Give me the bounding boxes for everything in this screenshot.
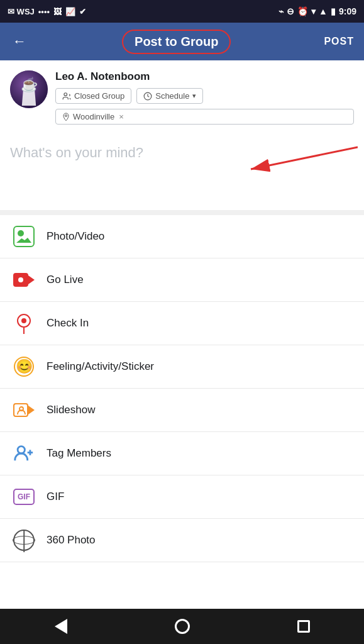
header: ← Post to Group POST	[0, 23, 364, 60]
photo-video-label: Photo/Video	[47, 230, 104, 243]
menu-item-check-in[interactable]: Check In	[0, 302, 364, 345]
nav-recents-icon	[297, 620, 310, 633]
check-in-icon	[13, 312, 35, 335]
slideshow-icon	[13, 399, 35, 421]
status-left: ✉ WSJ •••• 🖼 📈 ✔	[8, 7, 86, 16]
360-photo-icon	[13, 529, 35, 552]
svg-point-2	[65, 114, 67, 116]
section-divider	[0, 210, 364, 215]
profile-name: Leo A. Notenboom	[55, 70, 354, 83]
tag-members-icon	[13, 442, 35, 465]
go-live-icon	[13, 269, 35, 291]
menu-item-gif[interactable]: GIF GIF	[0, 475, 364, 519]
nav-recents-button[interactable]	[291, 614, 316, 639]
menu-item-slideshow[interactable]: Slideshow	[0, 389, 364, 432]
tags-row: Closed Group Schedule ▾	[55, 88, 354, 104]
status-bar: ✉ WSJ •••• 🖼 📈 ✔ ⌁ ⊖ ⏰ ▾ ▲ ▮ 9:09	[0, 0, 364, 23]
location-badge[interactable]: Woodinville ×	[55, 109, 354, 125]
battery-icon: ▮	[331, 6, 336, 16]
alarm-icon: ⏰	[297, 6, 308, 16]
profile-section: Leo A. Notenboom Closed Group	[0, 60, 364, 135]
nav-back-button[interactable]	[48, 614, 74, 639]
profile-row: Leo A. Notenboom Closed Group	[10, 70, 354, 125]
go-live-label: Go Live	[47, 274, 84, 286]
header-title-wrapper: Post to Group	[122, 30, 231, 54]
closed-group-badge[interactable]: Closed Group	[55, 88, 131, 104]
menu-item-go-live[interactable]: Go Live	[0, 258, 364, 302]
wifi-icon: ▾	[311, 6, 316, 16]
feeling-icon	[13, 355, 35, 378]
slideshow-label: Slideshow	[47, 404, 96, 416]
minus-icon: ⊖	[287, 6, 294, 16]
header-title: Post to Group	[135, 35, 218, 48]
nav-bar	[0, 609, 364, 644]
clock-icon	[143, 92, 152, 101]
photo-video-icon	[13, 225, 35, 248]
back-button[interactable]: ←	[10, 31, 29, 52]
person-plus-icon	[13, 443, 35, 464]
gif-label: GIF	[47, 491, 64, 503]
location-icon	[62, 113, 70, 121]
svg-point-0	[64, 92, 67, 96]
slideshow-person-svg	[16, 405, 27, 416]
svg-point-6	[18, 447, 25, 453]
profile-info: Leo A. Notenboom Closed Group	[55, 70, 354, 125]
nav-back-icon	[55, 619, 67, 634]
compose-placeholder[interactable]: What's on your mind?	[10, 145, 354, 161]
menu-item-360-photo[interactable]: 360 Photo	[0, 519, 364, 562]
nav-home-button[interactable]	[170, 614, 195, 639]
360-photo-label: 360 Photo	[47, 534, 96, 547]
schedule-badge[interactable]: Schedule ▾	[136, 88, 203, 104]
nav-home-icon	[175, 619, 190, 634]
menu-item-tag-members[interactable]: Tag Members	[0, 432, 364, 475]
bluetooth-icon: ⌁	[279, 6, 284, 16]
menu-list: Photo/Video Go Live Check In Feeling/Act…	[0, 215, 364, 562]
image-icon: 🖼	[53, 7, 62, 16]
tag-members-label: Tag Members	[47, 447, 111, 460]
closed-group-label: Closed Group	[74, 91, 124, 101]
status-right: ⌁ ⊖ ⏰ ▾ ▲ ▮ 9:09	[279, 6, 356, 16]
check-icon: ✔	[79, 7, 86, 16]
location-label: Woodinville	[73, 112, 114, 121]
nav-spacer	[0, 562, 364, 597]
avatar	[10, 70, 48, 108]
signal-icon: ▲	[319, 6, 328, 16]
group-icon	[62, 92, 71, 101]
avatar-image	[10, 70, 48, 108]
gif-icon: GIF	[13, 486, 35, 508]
chart-icon: 📈	[65, 7, 75, 16]
schedule-chevron: ▾	[192, 92, 196, 100]
menu-item-photo-video[interactable]: Photo/Video	[0, 215, 364, 258]
time-display: 9:09	[339, 6, 356, 16]
schedule-label: Schedule	[155, 91, 189, 101]
compose-area[interactable]: What's on your mind?	[0, 135, 364, 210]
signal-dots: ••••	[38, 7, 50, 16]
feeling-label: Feeling/Activity/Sticker	[47, 360, 154, 373]
menu-item-feeling[interactable]: Feeling/Activity/Sticker	[0, 345, 364, 389]
location-close[interactable]: ×	[119, 112, 124, 121]
check-in-label: Check In	[47, 317, 89, 330]
post-button[interactable]: POST	[324, 36, 354, 47]
carrier-label: ✉ WSJ	[8, 7, 35, 16]
